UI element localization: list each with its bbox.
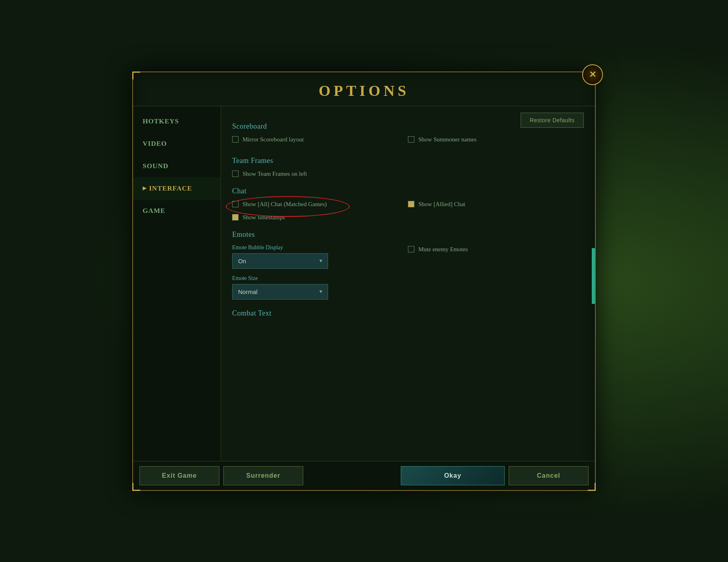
cancel-button[interactable]: Cancel: [509, 466, 589, 485]
sidebar-item-label-sound: SOUND: [143, 162, 169, 170]
close-icon: ✕: [589, 70, 596, 80]
show-timestamps-row: Show timestamps: [232, 214, 584, 221]
sidebar-item-label-video: VIDEO: [143, 140, 167, 148]
mirror-scoreboard-row: Mirror Scoreboard layout: [232, 136, 408, 143]
emotes-section-header: Emotes: [232, 230, 584, 239]
combat-text-section-header: Combat Text: [232, 309, 584, 318]
modal-title: OPTIONS: [133, 72, 595, 106]
sidebar-item-label-interface: INTERFACE: [149, 185, 192, 193]
mute-enemy-emotes-checkbox[interactable]: [408, 246, 414, 252]
modal-backdrop: ✕ OPTIONS HOTKEYS VIDEO SOUND ▶ INTERFAC…: [0, 0, 728, 562]
emote-bubble-dropdown[interactable]: On Off: [232, 253, 328, 269]
show-team-frames-text: Show Team Frames on left: [243, 171, 307, 177]
emote-size-label: Emote Size: [232, 275, 408, 282]
mirror-scoreboard-checkbox[interactable]: [232, 136, 239, 143]
close-button[interactable]: ✕: [582, 64, 603, 85]
show-all-chat-checkbox[interactable]: [232, 201, 239, 207]
team-frames-section-header: Team Frames: [232, 157, 584, 165]
show-allied-chat-row: Show [Allied] Chat: [408, 201, 584, 208]
show-all-chat-row: Show [All] Chat (Matched Games): [232, 201, 408, 208]
sidebar-item-video[interactable]: VIDEO: [133, 133, 221, 155]
restore-defaults-button[interactable]: Restore Defaults: [521, 113, 584, 128]
sidebar-item-label-hotkeys: HOTKEYS: [143, 117, 179, 125]
show-summoner-names-label[interactable]: Show Summoner names: [408, 136, 477, 143]
mute-enemy-emotes-row: Mute enemy Emotes: [408, 246, 584, 253]
exit-game-button[interactable]: Exit Game: [139, 466, 219, 485]
show-allied-chat-checkbox[interactable]: [408, 201, 414, 207]
sidebar-item-interface[interactable]: ▶ INTERFACE: [133, 177, 221, 200]
mirror-scoreboard-text: Mirror Scoreboard layout: [243, 136, 304, 143]
scrollbar-thumb[interactable]: [592, 248, 595, 304]
sidebar-item-hotkeys[interactable]: HOTKEYS: [133, 110, 221, 133]
show-team-frames-label[interactable]: Show Team Frames on left: [232, 171, 307, 177]
emote-bubble-label: Emote Bubble Display: [232, 244, 408, 251]
show-allied-chat-text: Show [Allied] Chat: [418, 201, 465, 208]
chat-section-header: Chat: [232, 187, 584, 195]
show-summoner-names-text: Show Summoner names: [418, 136, 477, 143]
show-team-frames-checkbox[interactable]: [232, 171, 239, 177]
show-timestamps-checkbox[interactable]: [232, 214, 239, 220]
show-all-chat-label[interactable]: Show [All] Chat (Matched Games): [232, 201, 327, 208]
settings-panel: Restore Defaults Scoreboard Mirror Score…: [221, 106, 595, 461]
sidebar-item-label-game: GAME: [143, 207, 165, 215]
modal-footer: Exit Game Surrender Okay Cancel: [133, 461, 595, 490]
emotes-options: Emote Bubble Display On Off ▼ Emote Size: [232, 244, 584, 300]
okay-button[interactable]: Okay: [401, 466, 505, 485]
emote-size-dropdown[interactable]: Small Normal Large: [232, 284, 328, 300]
mirror-scoreboard-label[interactable]: Mirror Scoreboard layout: [232, 136, 304, 143]
corner-decoration-br: [588, 483, 596, 491]
sidebar-item-sound[interactable]: SOUND: [133, 155, 221, 177]
show-all-chat-text: Show [All] Chat (Matched Games): [243, 201, 327, 208]
surrender-button[interactable]: Surrender: [223, 466, 303, 485]
show-timestamps-label[interactable]: Show timestamps: [232, 214, 285, 221]
mute-enemy-emotes-text: Mute enemy Emotes: [418, 246, 468, 253]
show-summoner-names-row: Show Summoner names: [408, 136, 584, 143]
show-team-frames-row: Show Team Frames on left: [232, 171, 584, 177]
sidebar: HOTKEYS VIDEO SOUND ▶ INTERFACE GAME: [133, 106, 221, 461]
sidebar-item-game[interactable]: GAME: [133, 200, 221, 222]
mute-enemy-emotes-col: Mute enemy Emotes: [408, 244, 584, 300]
show-timestamps-text: Show timestamps: [243, 214, 285, 221]
options-modal: ✕ OPTIONS HOTKEYS VIDEO SOUND ▶ INTERFAC…: [132, 71, 596, 491]
corner-decoration-tl: [132, 71, 140, 79]
emote-bubble-dropdown-wrapper: On Off ▼: [232, 253, 328, 269]
emote-size-dropdown-wrapper: Small Normal Large ▼: [232, 284, 328, 300]
active-arrow-icon: ▶: [143, 185, 147, 191]
emote-bubble-col: Emote Bubble Display On Off ▼ Emote Size: [232, 244, 408, 300]
show-allied-chat-label[interactable]: Show [Allied] Chat: [408, 201, 465, 208]
corner-decoration-bl: [132, 483, 140, 491]
modal-content: HOTKEYS VIDEO SOUND ▶ INTERFACE GAME: [133, 106, 595, 461]
chat-options: Show [All] Chat (Matched Games) Show [Al…: [232, 201, 584, 212]
scoreboard-options: Mirror Scoreboard layout Show Summoner n…: [232, 136, 584, 147]
mute-enemy-emotes-label[interactable]: Mute enemy Emotes: [408, 246, 468, 253]
show-summoner-names-checkbox[interactable]: [408, 136, 414, 143]
